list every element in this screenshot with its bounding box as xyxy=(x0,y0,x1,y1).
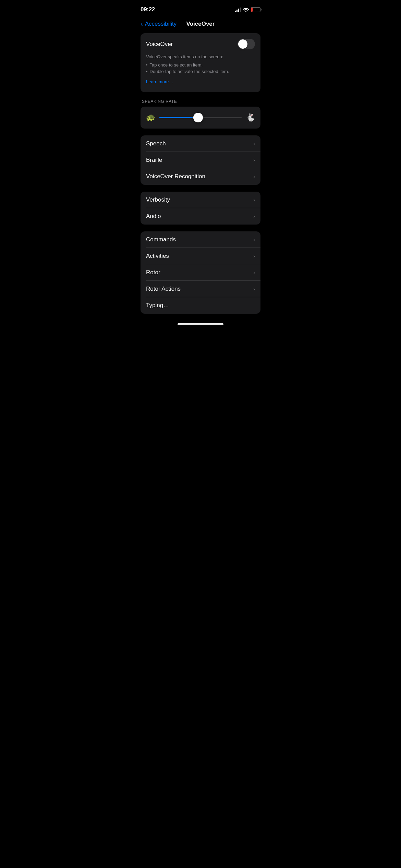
wifi-icon xyxy=(243,8,249,12)
menu-item-activities[interactable]: Activities › xyxy=(141,248,260,264)
desc-title: VoiceOver speaks items on the screen: xyxy=(146,53,255,60)
menu-item-audio[interactable]: Audio › xyxy=(141,208,260,225)
chevron-right-icon: › xyxy=(253,141,255,146)
status-time: 09:22 xyxy=(141,6,155,13)
back-label: Accessibility xyxy=(145,21,177,27)
chevron-right-icon: › xyxy=(253,253,255,259)
home-bar xyxy=(178,323,223,325)
audio-label: Audio xyxy=(146,213,161,220)
menu-group-1: Speech › Braille › VoiceOver Recognition… xyxy=(141,135,260,185)
menu-item-verbosity[interactable]: Verbosity › xyxy=(141,192,260,208)
voiceover-toggle[interactable] xyxy=(238,39,255,49)
menu-group-3: Commands › Activities › Rotor › Rotor Ac… xyxy=(141,231,260,314)
back-chevron-icon: ‹ xyxy=(141,20,143,28)
menu-item-voiceover-recognition[interactable]: VoiceOver Recognition › xyxy=(141,168,260,185)
menu-item-commands[interactable]: Commands › xyxy=(141,231,260,248)
slider-thumb[interactable] xyxy=(193,113,203,122)
nav-header: ‹ Accessibility VoiceOver xyxy=(134,17,267,33)
toggle-knob xyxy=(238,39,247,49)
voiceover-recognition-label: VoiceOver Recognition xyxy=(146,173,205,180)
page-title: VoiceOver xyxy=(186,21,215,27)
rotor-label: Rotor xyxy=(146,269,160,276)
menu-item-rotor[interactable]: Rotor › xyxy=(141,264,260,281)
voiceover-description: VoiceOver speaks items on the screen: • … xyxy=(146,53,255,85)
voiceover-label: VoiceOver xyxy=(146,41,173,48)
menu-item-rotor-actions[interactable]: Rotor Actions › xyxy=(141,281,260,297)
status-icons xyxy=(235,7,260,12)
slider-track xyxy=(159,117,242,118)
chevron-right-icon: › xyxy=(253,237,255,242)
activities-label: Activities xyxy=(146,253,169,260)
toggle-row: VoiceOver xyxy=(146,39,255,49)
commands-label: Commands xyxy=(146,236,176,243)
home-indicator xyxy=(134,321,267,326)
chevron-right-icon: › xyxy=(253,286,255,292)
signal-icon xyxy=(235,7,241,12)
back-button[interactable]: ‹ Accessibility xyxy=(141,20,177,28)
chevron-right-icon: › xyxy=(253,197,255,203)
chevron-right-icon: › xyxy=(253,157,255,163)
braille-label: Braille xyxy=(146,157,162,164)
speech-label: Speech xyxy=(146,140,166,147)
battery-icon xyxy=(251,7,260,12)
speaking-rate-label: SPEAKING RATE xyxy=(141,99,260,104)
slow-speed-icon: 🐢 xyxy=(146,113,155,122)
rotor-actions-label: Rotor Actions xyxy=(146,286,181,292)
fast-speed-icon: 🐇 xyxy=(246,113,255,122)
chevron-right-icon: › xyxy=(253,174,255,179)
menu-item-speech[interactable]: Speech › xyxy=(141,135,260,152)
speaking-rate-card: 🐢 🐇 xyxy=(141,107,260,129)
speaking-rate-slider[interactable] xyxy=(159,112,242,123)
voiceover-toggle-card: VoiceOver VoiceOver speaks items on the … xyxy=(141,33,260,92)
typing-label: Typing… xyxy=(146,302,169,309)
desc-item-1: • Tap once to select an item. xyxy=(146,62,255,69)
status-bar: 09:22 xyxy=(134,0,267,17)
learn-more-link[interactable]: Learn more… xyxy=(146,79,173,84)
slider-fill xyxy=(159,117,198,118)
verbosity-label: Verbosity xyxy=(146,196,170,203)
menu-group-2: Verbosity › Audio › xyxy=(141,192,260,225)
menu-item-typing[interactable]: Typing… xyxy=(141,297,260,314)
main-content: VoiceOver VoiceOver speaks items on the … xyxy=(134,33,267,314)
battery-fill xyxy=(251,8,253,12)
chevron-right-icon: › xyxy=(253,270,255,275)
menu-item-braille[interactable]: Braille › xyxy=(141,152,260,168)
desc-item-2: • Double-tap to activate the selected it… xyxy=(146,68,255,75)
chevron-right-icon: › xyxy=(253,214,255,219)
